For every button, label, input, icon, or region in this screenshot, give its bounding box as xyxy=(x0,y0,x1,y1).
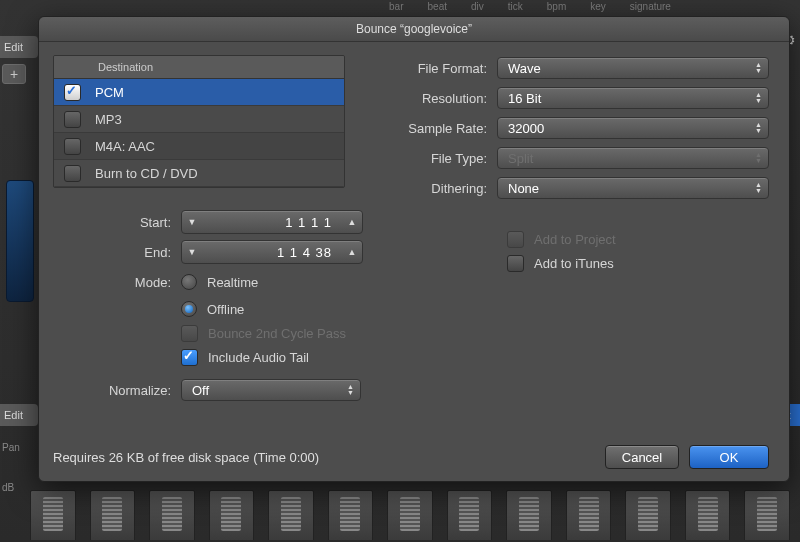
checkbox-add-project xyxy=(507,231,524,248)
ruler-label: beat xyxy=(428,0,447,14)
chevron-down-icon[interactable]: ▼ xyxy=(182,247,202,257)
file-format-value: Wave xyxy=(508,61,541,76)
updown-arrows-icon: ▲▼ xyxy=(755,182,762,194)
add-itunes-label: Add to iTunes xyxy=(534,256,614,271)
dithering-label: Dithering: xyxy=(369,181,487,196)
side-tab-edit[interactable]: Edit xyxy=(0,36,38,58)
mode-offline-label: Offline xyxy=(207,302,244,317)
start-label: Start: xyxy=(53,215,171,230)
pan-label: Pan xyxy=(2,442,20,453)
checkbox-icon[interactable] xyxy=(64,138,81,155)
start-spinner[interactable]: ▼ 1 1 1 1 ▲ xyxy=(181,210,363,234)
checkbox-bounce-2nd xyxy=(181,325,198,342)
bounce-dialog: Bounce “googlevoice” Destination PCM MP3… xyxy=(38,16,790,482)
updown-arrows-icon: ▲▼ xyxy=(755,122,762,134)
mixer-channel[interactable] xyxy=(447,490,493,540)
dithering-value: None xyxy=(508,181,539,196)
updown-arrows-icon: ▲▼ xyxy=(755,152,762,164)
ruler-label: bar xyxy=(389,0,403,14)
mixer-channel[interactable] xyxy=(90,490,136,540)
destination-label: MP3 xyxy=(95,112,122,127)
checkbox-icon[interactable] xyxy=(64,84,81,101)
mixer-channel[interactable] xyxy=(744,490,790,540)
chevron-down-icon[interactable]: ▼ xyxy=(182,217,202,227)
add-track-button[interactable]: + xyxy=(2,64,26,84)
mixer-channel[interactable] xyxy=(209,490,255,540)
bounce-2nd-label: Bounce 2nd Cycle Pass xyxy=(208,326,346,341)
right-controls: File Format: Wave ▲▼ Resolution: 16 Bit … xyxy=(369,53,769,275)
file-type-label: File Type: xyxy=(369,151,487,166)
ok-button[interactable]: OK xyxy=(689,445,769,469)
dialog-title: Bounce “googlevoice” xyxy=(39,17,789,42)
destination-label: Burn to CD / DVD xyxy=(95,166,198,181)
end-label: End: xyxy=(53,245,171,260)
ruler-label: key xyxy=(590,0,606,14)
mixer-strip xyxy=(30,490,790,540)
mixer-channel[interactable] xyxy=(149,490,195,540)
destination-label: PCM xyxy=(95,85,124,100)
include-tail-label: Include Audio Tail xyxy=(208,350,309,365)
mixer-channel[interactable] xyxy=(328,490,374,540)
chevron-up-icon[interactable]: ▲ xyxy=(342,247,362,257)
file-format-label: File Format: xyxy=(369,61,487,76)
ruler-label: div xyxy=(471,0,484,14)
checkbox-icon[interactable] xyxy=(64,111,81,128)
add-project-label: Add to Project xyxy=(534,232,616,247)
sample-rate-dropdown[interactable]: 32000 ▲▼ xyxy=(497,117,769,139)
file-type-value: Split xyxy=(508,151,533,166)
timeline-ruler: bar beat div tick bpm key signature xyxy=(270,0,790,14)
destination-row-pcm[interactable]: PCM xyxy=(54,79,344,106)
sample-rate-value: 32000 xyxy=(508,121,544,136)
resolution-dropdown[interactable]: 16 Bit ▲▼ xyxy=(497,87,769,109)
side-tab-edit-2[interactable]: Edit xyxy=(0,404,38,426)
requires-text: Requires 26 KB of free disk space (Time … xyxy=(53,450,319,465)
chevron-up-icon[interactable]: ▲ xyxy=(342,217,362,227)
destination-row-mp3[interactable]: MP3 xyxy=(54,106,344,133)
resolution-value: 16 Bit xyxy=(508,91,541,106)
updown-arrows-icon: ▲▼ xyxy=(755,62,762,74)
checkbox-add-itunes[interactable] xyxy=(507,255,524,272)
track-region xyxy=(6,180,34,302)
end-value[interactable]: 1 1 4 38 xyxy=(202,245,342,260)
mixer-channel[interactable] xyxy=(30,490,76,540)
dithering-dropdown[interactable]: None ▲▼ xyxy=(497,177,769,199)
dialog-footer: Requires 26 KB of free disk space (Time … xyxy=(53,445,769,469)
checkbox-icon[interactable] xyxy=(64,165,81,182)
normalize-dropdown[interactable]: Off ▲▼ xyxy=(181,379,361,401)
start-value[interactable]: 1 1 1 1 xyxy=(202,215,342,230)
normalize-label: Normalize: xyxy=(53,383,171,398)
ruler-label: bpm xyxy=(547,0,566,14)
file-type-dropdown: Split ▲▼ xyxy=(497,147,769,169)
mixer-channel[interactable] xyxy=(268,490,314,540)
mixer-channel[interactable] xyxy=(685,490,731,540)
ruler-label: signature xyxy=(630,0,671,14)
destination-header: Destination xyxy=(54,56,344,79)
updown-arrows-icon: ▲▼ xyxy=(347,384,354,396)
radio-offline[interactable] xyxy=(181,301,197,317)
sample-rate-label: Sample Rate: xyxy=(369,121,487,136)
checkbox-include-tail[interactable] xyxy=(181,349,198,366)
updown-arrows-icon: ▲▼ xyxy=(755,92,762,104)
left-controls: Start: ▼ 1 1 1 1 ▲ End: ▼ 1 1 4 38 ▲ Mod… xyxy=(53,207,363,405)
mode-realtime-label: Realtime xyxy=(207,275,258,290)
mixer-channel[interactable] xyxy=(625,490,671,540)
radio-realtime[interactable] xyxy=(181,274,197,290)
mixer-channel[interactable] xyxy=(387,490,433,540)
destination-row-m4a[interactable]: M4A: AAC xyxy=(54,133,344,160)
normalize-value: Off xyxy=(192,383,209,398)
destination-label: M4A: AAC xyxy=(95,139,155,154)
ruler-label: tick xyxy=(508,0,523,14)
end-spinner[interactable]: ▼ 1 1 4 38 ▲ xyxy=(181,240,363,264)
cancel-button[interactable]: Cancel xyxy=(605,445,679,469)
mixer-channel[interactable] xyxy=(506,490,552,540)
resolution-label: Resolution: xyxy=(369,91,487,106)
mixer-channel[interactable] xyxy=(566,490,612,540)
destination-row-burn[interactable]: Burn to CD / DVD xyxy=(54,160,344,187)
destination-list: Destination PCM MP3 M4A: AAC Burn to CD … xyxy=(53,55,345,188)
mode-label: Mode: xyxy=(53,275,171,290)
db-label: dB xyxy=(2,482,14,493)
file-format-dropdown[interactable]: Wave ▲▼ xyxy=(497,57,769,79)
